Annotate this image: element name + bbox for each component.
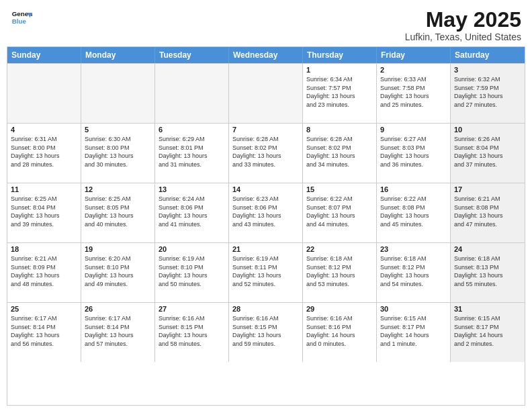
day-number: 14 <box>232 185 299 193</box>
table-row <box>81 64 155 123</box>
cell-info: Sunrise: 6:31 AM Sunset: 8:00 PM Dayligh… <box>11 135 77 169</box>
day-number: 25 <box>11 305 77 313</box>
table-row: 2Sunrise: 6:33 AM Sunset: 7:58 PM Daylig… <box>377 64 451 123</box>
day-number: 31 <box>454 305 521 313</box>
day-number: 10 <box>454 126 521 134</box>
table-row <box>7 64 81 123</box>
cell-info: Sunrise: 6:18 AM Sunset: 8:12 PM Dayligh… <box>380 255 447 288</box>
day-number: 5 <box>85 126 151 134</box>
header-day-sunday: Sunday <box>7 47 81 63</box>
week-row-3: 11Sunrise: 6:25 AM Sunset: 8:04 PM Dayli… <box>7 183 525 242</box>
cell-info: Sunrise: 6:27 AM Sunset: 8:03 PM Dayligh… <box>380 135 447 169</box>
table-row: 25Sunrise: 6:17 AM Sunset: 8:14 PM Dayli… <box>7 303 81 362</box>
day-number: 20 <box>159 245 225 253</box>
day-number: 4 <box>11 126 77 134</box>
cell-info: Sunrise: 6:22 AM Sunset: 8:07 PM Dayligh… <box>306 195 373 228</box>
calendar-body: 1Sunrise: 6:34 AM Sunset: 7:57 PM Daylig… <box>7 63 525 362</box>
table-row: 12Sunrise: 6:25 AM Sunset: 8:05 PM Dayli… <box>81 183 155 242</box>
cell-info: Sunrise: 6:21 AM Sunset: 8:09 PM Dayligh… <box>11 255 77 288</box>
cell-info: Sunrise: 6:28 AM Sunset: 8:02 PM Dayligh… <box>232 135 299 169</box>
table-row: 31Sunrise: 6:15 AM Sunset: 8:17 PM Dayli… <box>451 303 525 362</box>
table-row: 16Sunrise: 6:22 AM Sunset: 8:08 PM Dayli… <box>377 183 451 242</box>
day-number: 15 <box>306 185 373 193</box>
cell-info: Sunrise: 6:24 AM Sunset: 8:06 PM Dayligh… <box>159 195 225 228</box>
page: General Blue General Blue May 2025 Lufki… <box>0 0 532 411</box>
cell-info: Sunrise: 6:15 AM Sunset: 8:17 PM Dayligh… <box>380 314 447 348</box>
logo-icon: General Blue <box>11 8 32 30</box>
table-row: 14Sunrise: 6:23 AM Sunset: 8:06 PM Dayli… <box>229 183 303 242</box>
header-day-friday: Friday <box>377 47 451 63</box>
day-number: 12 <box>85 185 151 193</box>
table-row <box>155 64 229 123</box>
table-row: 24Sunrise: 6:18 AM Sunset: 8:13 PM Dayli… <box>451 243 525 302</box>
cell-info: Sunrise: 6:29 AM Sunset: 8:01 PM Dayligh… <box>159 135 225 169</box>
table-row <box>229 64 303 123</box>
table-row: 19Sunrise: 6:20 AM Sunset: 8:10 PM Dayli… <box>81 243 155 302</box>
day-number: 29 <box>306 305 373 313</box>
cell-info: Sunrise: 6:17 AM Sunset: 8:14 PM Dayligh… <box>11 314 77 348</box>
table-row: 7Sunrise: 6:28 AM Sunset: 8:02 PM Daylig… <box>229 124 303 183</box>
table-row: 5Sunrise: 6:30 AM Sunset: 8:00 PM Daylig… <box>81 124 155 183</box>
table-row: 8Sunrise: 6:28 AM Sunset: 8:02 PM Daylig… <box>303 124 377 183</box>
location: Lufkin, Texas, United States <box>405 32 521 42</box>
logo: General Blue General Blue <box>11 8 32 30</box>
table-row: 20Sunrise: 6:19 AM Sunset: 8:10 PM Dayli… <box>155 243 229 302</box>
month-title: May 2025 <box>405 8 521 32</box>
cell-info: Sunrise: 6:25 AM Sunset: 8:04 PM Dayligh… <box>11 195 77 228</box>
day-number: 8 <box>306 126 373 134</box>
table-row: 6Sunrise: 6:29 AM Sunset: 8:01 PM Daylig… <box>155 124 229 183</box>
day-number: 27 <box>159 305 225 313</box>
day-number: 1 <box>306 66 373 74</box>
cell-info: Sunrise: 6:17 AM Sunset: 8:14 PM Dayligh… <box>85 314 151 348</box>
table-row: 26Sunrise: 6:17 AM Sunset: 8:14 PM Dayli… <box>81 303 155 362</box>
cell-info: Sunrise: 6:32 AM Sunset: 7:59 PM Dayligh… <box>454 75 521 109</box>
header-day-monday: Monday <box>81 47 155 63</box>
day-number: 9 <box>380 126 447 134</box>
week-row-4: 18Sunrise: 6:21 AM Sunset: 8:09 PM Dayli… <box>7 242 525 302</box>
cell-info: Sunrise: 6:16 AM Sunset: 8:15 PM Dayligh… <box>232 314 299 348</box>
day-number: 26 <box>85 305 151 313</box>
cell-info: Sunrise: 6:28 AM Sunset: 8:02 PM Dayligh… <box>306 135 373 169</box>
day-number: 23 <box>380 245 447 253</box>
calendar: SundayMondayTuesdayWednesdayThursdayFrid… <box>7 46 525 406</box>
table-row: 27Sunrise: 6:16 AM Sunset: 8:15 PM Dayli… <box>155 303 229 362</box>
table-row: 18Sunrise: 6:21 AM Sunset: 8:09 PM Dayli… <box>7 243 81 302</box>
header: General Blue General Blue May 2025 Lufki… <box>0 0 532 46</box>
cell-info: Sunrise: 6:16 AM Sunset: 8:16 PM Dayligh… <box>306 314 373 348</box>
cell-info: Sunrise: 6:33 AM Sunset: 7:58 PM Dayligh… <box>380 75 447 109</box>
table-row: 13Sunrise: 6:24 AM Sunset: 8:06 PM Dayli… <box>155 183 229 242</box>
header-day-saturday: Saturday <box>451 47 525 63</box>
week-row-1: 1Sunrise: 6:34 AM Sunset: 7:57 PM Daylig… <box>7 63 525 123</box>
table-row: 3Sunrise: 6:32 AM Sunset: 7:59 PM Daylig… <box>451 64 525 123</box>
day-number: 30 <box>380 305 447 313</box>
cell-info: Sunrise: 6:16 AM Sunset: 8:15 PM Dayligh… <box>159 314 225 348</box>
week-row-5: 25Sunrise: 6:17 AM Sunset: 8:14 PM Dayli… <box>7 302 525 362</box>
cell-info: Sunrise: 6:19 AM Sunset: 8:11 PM Dayligh… <box>232 255 299 288</box>
cell-info: Sunrise: 6:23 AM Sunset: 8:06 PM Dayligh… <box>232 195 299 228</box>
cell-info: Sunrise: 6:22 AM Sunset: 8:08 PM Dayligh… <box>380 195 447 228</box>
cell-info: Sunrise: 6:15 AM Sunset: 8:17 PM Dayligh… <box>454 314 521 348</box>
table-row: 22Sunrise: 6:18 AM Sunset: 8:12 PM Dayli… <box>303 243 377 302</box>
week-row-2: 4Sunrise: 6:31 AM Sunset: 8:00 PM Daylig… <box>7 123 525 183</box>
title-block: May 2025 Lufkin, Texas, United States <box>405 8 521 42</box>
cell-info: Sunrise: 6:21 AM Sunset: 8:08 PM Dayligh… <box>454 195 521 228</box>
table-row: 23Sunrise: 6:18 AM Sunset: 8:12 PM Dayli… <box>377 243 451 302</box>
table-row: 1Sunrise: 6:34 AM Sunset: 7:57 PM Daylig… <box>303 64 377 123</box>
day-number: 18 <box>11 245 77 253</box>
calendar-header: SundayMondayTuesdayWednesdayThursdayFrid… <box>7 47 525 63</box>
day-number: 13 <box>159 185 225 193</box>
table-row: 28Sunrise: 6:16 AM Sunset: 8:15 PM Dayli… <box>229 303 303 362</box>
day-number: 22 <box>306 245 373 253</box>
cell-info: Sunrise: 6:30 AM Sunset: 8:00 PM Dayligh… <box>85 135 151 169</box>
table-row: 11Sunrise: 6:25 AM Sunset: 8:04 PM Dayli… <box>7 183 81 242</box>
cell-info: Sunrise: 6:20 AM Sunset: 8:10 PM Dayligh… <box>85 255 151 288</box>
day-number: 7 <box>232 126 299 134</box>
header-day-thursday: Thursday <box>303 47 377 63</box>
header-day-tuesday: Tuesday <box>155 47 229 63</box>
day-number: 19 <box>85 245 151 253</box>
table-row: 17Sunrise: 6:21 AM Sunset: 8:08 PM Dayli… <box>451 183 525 242</box>
cell-info: Sunrise: 6:25 AM Sunset: 8:05 PM Dayligh… <box>85 195 151 228</box>
table-row: 9Sunrise: 6:27 AM Sunset: 8:03 PM Daylig… <box>377 124 451 183</box>
table-row: 30Sunrise: 6:15 AM Sunset: 8:17 PM Dayli… <box>377 303 451 362</box>
cell-info: Sunrise: 6:26 AM Sunset: 8:04 PM Dayligh… <box>454 135 521 169</box>
